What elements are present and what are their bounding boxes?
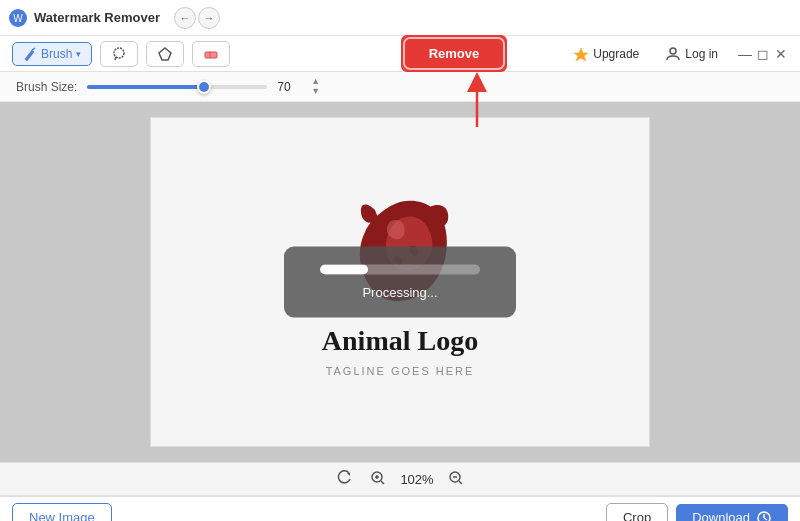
brush-up-arrow[interactable]: ▲ <box>311 77 320 86</box>
upgrade-label: Upgrade <box>593 47 639 61</box>
svg-rect-6 <box>205 52 217 58</box>
rotate-button[interactable] <box>332 468 356 491</box>
brush-down-arrow[interactable]: ▼ <box>311 87 320 96</box>
svg-text:W: W <box>13 13 23 24</box>
brush-size-label: Brush Size: <box>16 80 77 94</box>
download-button[interactable]: Download <box>676 504 788 522</box>
title-bar-left: W Watermark Remover ← → <box>8 7 792 29</box>
back-button[interactable]: ← <box>174 7 196 29</box>
forward-button[interactable]: → <box>198 7 220 29</box>
brush-dropdown-arrow: ▾ <box>76 49 81 59</box>
canvas-area: Animal Logo TAGLINE GOES HERE Processing… <box>0 102 800 462</box>
lasso-icon <box>111 46 127 62</box>
logo-tagline: TAGLINE GOES HERE <box>326 365 475 377</box>
rotate-icon <box>336 470 352 486</box>
brush-icon <box>23 47 37 61</box>
zoom-in-icon <box>370 470 386 486</box>
app-icon: W <box>8 8 28 28</box>
polygon-tool-button[interactable] <box>146 41 184 67</box>
eraser-icon <box>203 46 219 62</box>
svg-line-16 <box>381 481 384 484</box>
close-button[interactable]: ✕ <box>774 47 788 61</box>
lasso-tool-button[interactable] <box>100 41 138 67</box>
window-controls: — ◻ ✕ <box>738 47 788 61</box>
remove-button-highlight: Remove <box>401 35 508 72</box>
brush-tool-button[interactable]: Brush ▾ <box>12 42 92 66</box>
user-icon <box>665 46 681 62</box>
progress-bar <box>320 265 480 275</box>
app-title: Watermark Remover <box>34 10 160 25</box>
action-bar: New Image Crop Download <box>0 496 800 521</box>
download-label: Download <box>692 510 750 521</box>
zoom-out-button[interactable] <box>444 468 468 491</box>
remove-button[interactable]: Remove <box>405 39 504 68</box>
image-canvas[interactable]: Animal Logo TAGLINE GOES HERE Processing… <box>150 117 650 447</box>
svg-marker-5 <box>159 48 171 60</box>
upgrade-icon <box>573 46 589 62</box>
brush-slider[interactable] <box>87 85 267 89</box>
svg-point-9 <box>670 48 676 54</box>
crop-button[interactable]: Crop <box>606 503 668 521</box>
new-image-button[interactable]: New Image <box>12 503 112 521</box>
brush-tool-label: Brush <box>41 47 72 61</box>
processing-text: Processing... <box>362 285 437 300</box>
svg-line-19 <box>459 481 462 484</box>
eraser-tool-button[interactable] <box>192 41 230 67</box>
svg-marker-12 <box>347 473 350 476</box>
zoom-bar: 102% <box>0 462 800 496</box>
svg-point-3 <box>114 48 124 58</box>
upgrade-button[interactable]: Upgrade <box>563 42 649 66</box>
clock-icon <box>756 510 772 522</box>
login-label: Log in <box>685 47 718 61</box>
processing-overlay: Processing... <box>284 247 516 318</box>
brush-value-steppers[interactable]: ▲ ▼ <box>311 77 320 96</box>
polygon-icon <box>157 46 173 62</box>
logo-title: Animal Logo <box>322 325 478 357</box>
svg-line-2 <box>32 48 35 50</box>
toolbar: Brush ▾ Remove Upgrade <box>0 36 800 72</box>
zoom-in-button[interactable] <box>366 468 390 491</box>
brush-size-value: 70 <box>277 80 301 94</box>
brush-bar: Brush Size: 70 ▲ ▼ <box>0 72 800 102</box>
progress-bar-fill <box>320 265 368 275</box>
login-button[interactable]: Log in <box>657 42 726 66</box>
minimize-button[interactable]: — <box>738 47 752 61</box>
zoom-value: 102% <box>400 472 433 487</box>
title-bar: W Watermark Remover ← → <box>0 0 800 36</box>
maximize-button[interactable]: ◻ <box>756 47 770 61</box>
svg-marker-8 <box>574 48 588 61</box>
svg-line-22 <box>764 518 767 520</box>
svg-line-4 <box>115 57 116 60</box>
zoom-out-icon <box>448 470 464 486</box>
remove-arrow-indicator <box>462 72 492 131</box>
nav-arrows: ← → <box>174 7 220 29</box>
